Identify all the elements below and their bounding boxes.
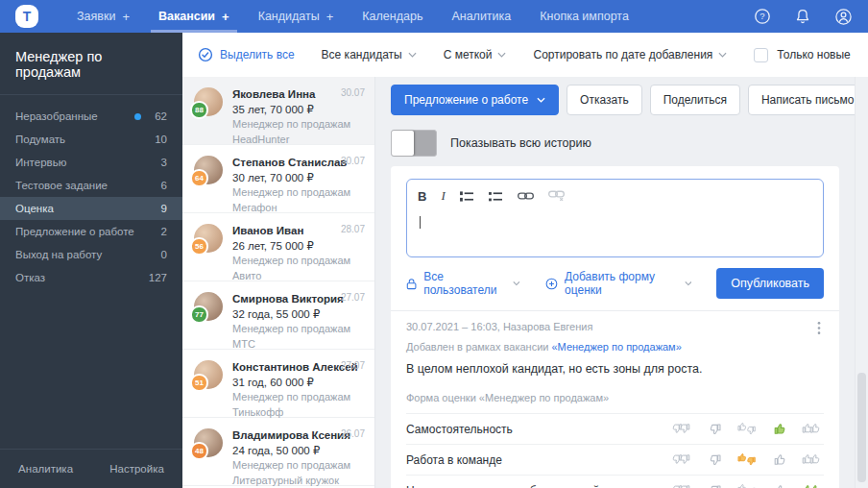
vacancy-sidebar: Менеджер по продажам Неразобранные 62 По…	[0, 33, 182, 488]
stage-item[interactable]: Выход на работу 0	[0, 243, 182, 266]
match-score-badge: 77	[190, 305, 208, 324]
thumb-up-down-icon[interactable]	[736, 483, 759, 488]
scrollbar[interactable]	[855, 77, 868, 488]
add-evaluation-form-dropdown[interactable]: Добавить форму оценки	[545, 270, 691, 297]
candidate-card[interactable]: 48 Владимирова Ксения 24 года, 50 000 ₽ …	[182, 418, 374, 486]
only-new-checkbox[interactable]: Только новые	[754, 48, 850, 62]
checkbox-icon[interactable]	[754, 48, 768, 62]
ordered-list-icon[interactable]	[460, 190, 474, 203]
app-logo[interactable]: T	[15, 5, 38, 28]
chevron-down-icon	[513, 281, 520, 286]
nav-item[interactable]: Вакансии +	[158, 0, 229, 33]
candidate-card[interactable]: 77 Смирнова Виктория 32 года, 55 000 ₽ М…	[182, 281, 374, 350]
nav-plus-icon[interactable]: +	[326, 10, 334, 24]
stage-item[interactable]: Тестовое задание 6	[0, 174, 182, 197]
action-button[interactable]: Написать письмо	[748, 85, 867, 115]
main-nav: Заявки + Вакансии + Кандидаты + Календар…	[77, 0, 629, 33]
candidate-detail: Предложение о работе ОтказатьПоделитьсяН…	[375, 77, 868, 488]
candidate-card[interactable]: 88 Яковлева Инна 35 лет, 70 000 ₽ Менедж…	[182, 77, 374, 145]
double-thumbs-up-icon[interactable]	[802, 452, 824, 468]
kebab-menu-icon[interactable]	[814, 321, 824, 335]
sidebar-analytics-link[interactable]: Аналитика	[18, 463, 73, 475]
candidate-date: 30.07	[341, 87, 365, 98]
sidebar-settings-link[interactable]: Настройка	[109, 463, 164, 475]
help-icon[interactable]: ?	[754, 8, 771, 25]
stage-item[interactable]: Неразобранные 62	[0, 105, 182, 128]
double-thumbs-up-icon[interactable]	[802, 483, 824, 488]
stage-item[interactable]: Подумать 10	[0, 128, 182, 151]
stage-item[interactable]: Оценка 9	[0, 197, 182, 220]
visibility-dropdown[interactable]: Все пользователи	[406, 270, 520, 297]
nav-item-label: Кандидаты	[258, 10, 320, 23]
stage-count: 127	[148, 272, 167, 283]
profile-icon[interactable]	[834, 8, 853, 26]
double-thumbs-down-icon[interactable]	[671, 452, 693, 468]
rating-label: Самостоятельность	[406, 423, 513, 436]
thumb-down-icon[interactable]	[704, 452, 726, 468]
thumb-up-icon[interactable]	[769, 422, 791, 437]
candidate-age-salary: 26 лет, 75 000 ₽	[232, 239, 363, 255]
nav-plus-icon[interactable]: +	[122, 10, 130, 24]
chevron-down-icon	[685, 281, 692, 286]
candidate-date: 26.07	[341, 428, 365, 439]
candidate-avatar: 56	[194, 224, 223, 253]
main-area: Выделить все Все кандидаты С меткой Сорт…	[182, 33, 868, 488]
candidate-position: Менеджер по продажам	[232, 322, 363, 337]
candidate-card[interactable]: 64 Степанов Станислав 30 лет, 70 000 ₽ М…	[182, 145, 374, 213]
candidate-age-salary: 32 года, 55 000 ₽	[232, 307, 363, 323]
bullet-list-icon[interactable]	[489, 190, 503, 203]
double-thumbs-up-icon[interactable]	[802, 422, 824, 437]
nav-item[interactable]: Кандидаты +	[258, 0, 334, 33]
notifications-icon[interactable]	[794, 8, 811, 25]
publish-button[interactable]: Опубликовать	[716, 268, 824, 299]
thumb-up-icon[interactable]	[769, 483, 791, 488]
select-all-button[interactable]: Выделить все	[198, 47, 295, 62]
candidate-avatar: 88	[194, 87, 223, 116]
candidate-avatar: 64	[194, 156, 223, 184]
italic-icon[interactable]: I	[441, 188, 445, 204]
history-toggle-label: Показывать всю историю	[450, 136, 591, 150]
chevron-down-icon	[537, 97, 545, 103]
nav-item[interactable]: Заявки +	[77, 0, 130, 33]
candidate-avatar: 77	[194, 292, 223, 321]
filter-label: С меткой	[444, 48, 493, 61]
candidate-card[interactable]: 56 Иванов Иван 26 лет, 75 000 ₽ Менеджер…	[182, 213, 374, 281]
double-thumbs-down-icon[interactable]	[671, 483, 693, 488]
comment-text: В целом неплохой кандидат, но есть зоны …	[406, 362, 824, 376]
thumb-up-down-icon[interactable]	[736, 422, 759, 437]
filter-dropdown[interactable]: Все кандидаты	[322, 48, 417, 61]
history-toggle-row: Показывать всю историю	[391, 130, 839, 157]
double-thumbs-down-icon[interactable]	[671, 422, 693, 437]
candidate-card[interactable]: 51 Константинов Алексей 31 год, 60 000 ₽…	[182, 350, 374, 418]
action-button[interactable]: Отказать	[567, 85, 642, 115]
nav-item[interactable]: Аналитика	[451, 0, 511, 33]
bold-icon[interactable]: B	[418, 189, 426, 204]
filter-dropdown[interactable]: С меткой	[444, 48, 507, 61]
stage-item[interactable]: Отказ 127	[0, 266, 182, 289]
nav-item[interactable]: Кнопка импорта	[540, 0, 629, 33]
comment-editor[interactable]: B I	[406, 179, 824, 257]
link-icon[interactable]	[518, 191, 534, 201]
nav-item-label: Календарь	[362, 10, 422, 23]
vacancy-link[interactable]: «Менеджер по продажам»	[551, 341, 681, 353]
thumb-up-down-icon[interactable]	[736, 452, 759, 468]
nav-plus-icon[interactable]: +	[222, 10, 229, 24]
scrollbar-thumb[interactable]	[857, 373, 866, 482]
toggle-knob[interactable]	[392, 131, 414, 156]
filter-dropdown[interactable]: Сортировать по дате добавления	[533, 48, 727, 61]
nav-item[interactable]: Календарь	[362, 0, 422, 33]
stage-label: Интервью	[15, 157, 148, 168]
chevron-down-icon	[718, 52, 727, 58]
filter-label: Сортировать по дате добавления	[533, 48, 712, 61]
unlink-icon[interactable]	[548, 190, 565, 202]
action-button[interactable]: Поделиться	[650, 85, 740, 115]
history-toggle[interactable]	[391, 130, 437, 157]
stage-item[interactable]: Интервью 3	[0, 151, 182, 174]
candidate-position: Менеджер по продажам	[232, 254, 363, 269]
thumb-down-icon[interactable]	[704, 422, 726, 437]
thumb-up-icon[interactable]	[769, 452, 791, 468]
offer-stage-button[interactable]: Предложение о работе	[391, 85, 559, 115]
thumb-down-icon[interactable]	[704, 483, 726, 488]
stage-item[interactable]: Предложение о работе 2	[0, 220, 182, 243]
nav-item-label: Аналитика	[451, 10, 511, 23]
